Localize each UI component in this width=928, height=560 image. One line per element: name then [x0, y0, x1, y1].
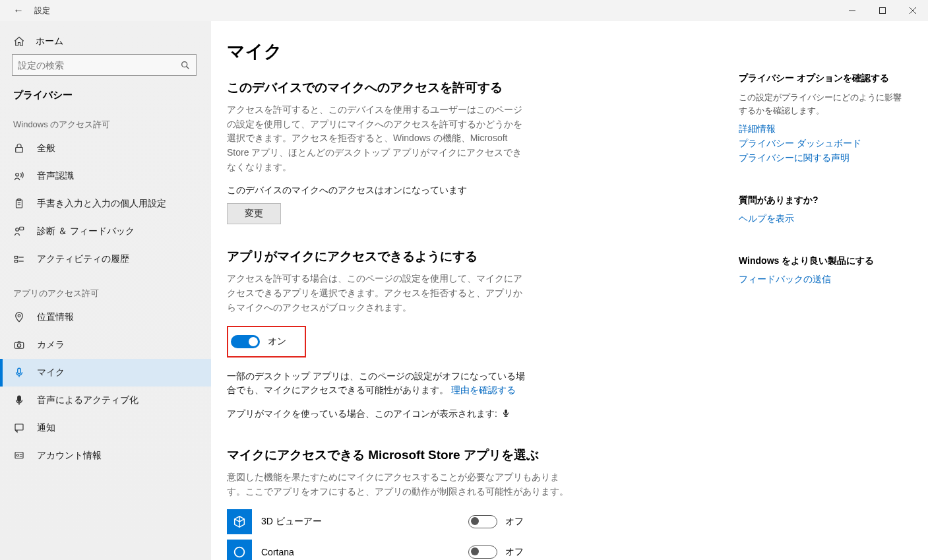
svg-point-20 [17, 344, 20, 347]
window-title: 設定 [34, 5, 50, 16]
sidebar-item-inking[interactable]: 手書き入力と入力の個人用設定 [0, 190, 211, 218]
learn-why-link[interactable]: 理由を確認する [451, 385, 516, 395]
rail-heading-improve: Windows をより良い製品にする [739, 255, 902, 267]
svg-rect-14 [15, 257, 18, 259]
sidebar-item-label: 診断 ＆ フィードバック [37, 226, 135, 237]
search-input[interactable] [12, 54, 197, 76]
section-heading-app-access: アプリがマイクにアクセスできるようにする [227, 248, 723, 265]
maximize-button[interactable] [867, 0, 898, 21]
section-heading-device-access: このデバイスでのマイクへのアクセスを許可する [227, 79, 723, 96]
sidebar-item-label: 音声認識 [37, 170, 74, 182]
main-content: マイク このデバイスでのマイクへのアクセスを許可する アクセスを許可すると、この… [211, 21, 739, 560]
sidebar-item-voice-activation[interactable]: 音声によるアクティブ化 [0, 387, 211, 414]
voice-activation-icon [13, 394, 25, 406]
sidebar-current-category[interactable]: プライバシー [0, 82, 211, 113]
svg-point-18 [18, 315, 20, 317]
toggle-label: オフ [505, 516, 524, 528]
app-row-cortana: Cortana オフ [227, 540, 723, 560]
account-icon [13, 450, 25, 462]
app-access-toggle[interactable] [231, 335, 260, 348]
search-field[interactable] [18, 60, 180, 71]
app-name: 3D ビューアー [261, 516, 459, 528]
svg-point-7 [16, 173, 19, 177]
app-icon-3d-viewer [227, 509, 252, 534]
location-icon [13, 311, 25, 323]
sidebar-item-label: 位置情報 [37, 311, 74, 323]
svg-rect-30 [505, 410, 507, 414]
sidebar-item-speech[interactable]: 音声認識 [0, 162, 211, 190]
sidebar-item-location[interactable]: 位置情報 [0, 303, 211, 331]
back-button[interactable]: ← [5, 5, 32, 16]
link-privacy-dashboard[interactable]: プライバシー ダッシュボード [739, 138, 902, 150]
sidebar-item-diagnostics[interactable]: 診断 ＆ フィードバック [0, 218, 211, 245]
sidebar-item-notifications[interactable]: 通知 [0, 414, 211, 442]
close-button[interactable] [898, 0, 928, 21]
rail-desc: この設定がプライバシーにどのように影響するかを確認します。 [739, 91, 902, 117]
sidebar-item-account-info[interactable]: アカウント情報 [0, 442, 211, 470]
right-rail: プライバシー オプションを確認する この設定がプライバシーにどのように影響するか… [739, 21, 910, 560]
desktop-apps-note: 一部のデスクトップ アプリは、このページの設定がオフになっている場合でも、マイク… [227, 369, 530, 398]
app-icon-cortana [227, 540, 252, 560]
sidebar-item-label: 通知 [37, 422, 55, 434]
sidebar-item-general[interactable]: 全般 [0, 135, 211, 162]
highlight-box: オン [227, 326, 306, 358]
svg-rect-25 [15, 424, 23, 430]
sidebar-item-label: カメラ [37, 339, 65, 351]
sidebar-group-windows-permissions: Windows のアクセス許可 [0, 113, 211, 135]
page-title: マイク [227, 40, 723, 63]
device-access-status: このデバイスのマイクへのアクセスはオンになっています [227, 185, 723, 197]
app-name: Cortana [261, 547, 459, 557]
sidebar-item-camera[interactable]: カメラ [0, 331, 211, 359]
sidebar-item-label: 全般 [37, 142, 55, 154]
notifications-icon [13, 422, 25, 434]
speech-icon [13, 170, 25, 182]
microphone-icon [13, 367, 25, 379]
link-send-feedback[interactable]: フィードバックの送信 [739, 274, 902, 286]
svg-rect-15 [15, 261, 18, 263]
link-privacy-statement[interactable]: プライバシーに関する声明 [739, 152, 902, 164]
minimize-button[interactable] [837, 0, 867, 21]
rail-heading-privacy-options: プライバシー オプションを確認する [739, 73, 902, 84]
microphone-indicator-icon [501, 408, 510, 420]
toggle-label: オフ [505, 546, 524, 558]
svg-line-5 [187, 66, 189, 69]
sidebar: ホーム プライバシー Windows のアクセス許可 全般 音声認識 手書き入力… [0, 21, 211, 560]
rail-heading-questions: 質問がありますか? [739, 195, 902, 206]
link-get-help[interactable]: ヘルプを表示 [739, 213, 902, 225]
section-desc: アクセスを許可すると、このデバイスを使用するユーザーはこのページの設定を使用して… [227, 103, 530, 174]
sidebar-item-label: 手書き入力と入力の個人用設定 [37, 198, 166, 210]
svg-rect-21 [18, 368, 21, 373]
lock-icon [13, 142, 25, 154]
search-icon [180, 60, 191, 71]
activity-icon [13, 253, 25, 265]
svg-point-33 [235, 547, 245, 557]
svg-point-4 [182, 61, 187, 67]
section-desc: アクセスを許可する場合は、このページの設定を使用して、マイクにアクセスできるアプ… [227, 272, 530, 315]
section-desc: 意図した機能を果たすためにマイクにアクセスすることが必要なアプリもあります。ここ… [227, 470, 570, 499]
sidebar-item-label: マイク [37, 367, 65, 379]
svg-rect-13 [20, 227, 24, 230]
sidebar-item-home[interactable]: ホーム [0, 29, 211, 54]
mic-in-use-indicator-text: アプリがマイクを使っている場合、このアイコンが表示されます: [227, 408, 723, 420]
sidebar-item-label: 音声によるアクティブ化 [37, 394, 139, 406]
sidebar-item-label: アクティビティの履歴 [37, 253, 129, 265]
sidebar-home-label: ホーム [36, 36, 63, 47]
app-toggle-3d-viewer[interactable] [468, 515, 497, 528]
app-row-3d-viewer: 3D ビューアー オフ [227, 509, 723, 534]
feedback-icon [13, 226, 25, 237]
app-toggle-cortana[interactable] [468, 545, 497, 559]
svg-point-27 [16, 454, 18, 456]
camera-icon [13, 339, 25, 351]
sidebar-item-label: アカウント情報 [37, 450, 102, 462]
home-icon [13, 36, 25, 47]
toggle-label: オン [268, 336, 286, 348]
link-more-info[interactable]: 詳細情報 [739, 123, 902, 135]
section-heading-store-apps: マイクにアクセスできる Microsoft Store アプリを選ぶ [227, 447, 723, 464]
titlebar: ← 設定 [0, 0, 928, 21]
sidebar-group-app-permissions: アプリのアクセス許可 [0, 282, 211, 303]
sidebar-item-activity[interactable]: アクティビティの履歴 [0, 245, 211, 273]
clipboard-icon [13, 198, 25, 210]
sidebar-item-microphone[interactable]: マイク [0, 359, 211, 387]
svg-rect-1 [880, 8, 886, 14]
change-button[interactable]: 変更 [227, 203, 281, 224]
